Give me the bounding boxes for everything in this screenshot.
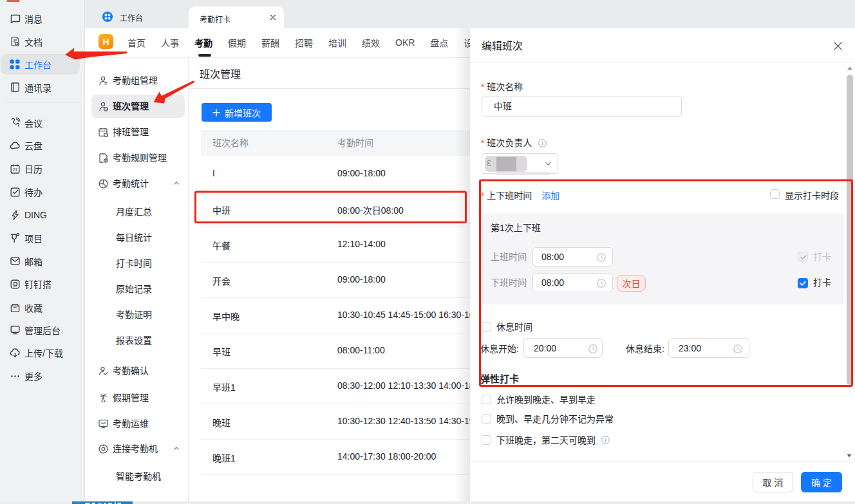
svg-text:21: 21 (12, 167, 17, 172)
